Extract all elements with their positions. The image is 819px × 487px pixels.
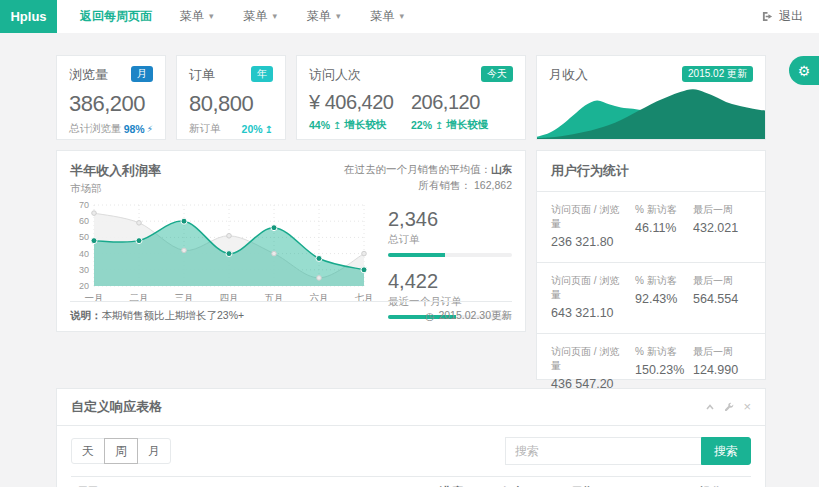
- menu-label: 菜单: [307, 8, 331, 25]
- wrench-icon: [724, 402, 734, 412]
- sign-out-icon: [762, 11, 773, 22]
- stat-card-pageviews: 浏览量 月 386,200 总计浏览量 98% ⚡: [56, 55, 166, 140]
- menu-dropdown-2[interactable]: 菜单 ▾: [229, 8, 293, 25]
- percent-value: 98%: [124, 123, 145, 135]
- menu-dropdown-3[interactable]: 菜单 ▾: [292, 8, 356, 25]
- period-badge: 月: [131, 66, 153, 82]
- growth-note: 增长较慢: [446, 118, 488, 132]
- percent-value: 20%: [242, 123, 263, 135]
- footnote-label: 说明：: [70, 309, 102, 321]
- summary-region: 山东: [491, 163, 512, 175]
- sales-profit-panel: 半年收入利润率 市场部 在过去的一个月销售的平均值：山东 所有销售： 162,8…: [56, 150, 526, 332]
- user-behavior-panel: 用户行为统计 访问页面 / 浏览量 236 321.80 % 新访客 46.11…: [536, 150, 766, 380]
- user-stats-row: 访问页面 / 浏览量 643 321.10 % 新访客 92.43% 最后一周 …: [537, 263, 765, 334]
- caret-down-icon: ▾: [273, 12, 278, 21]
- new-visitors-label: % 新访客: [635, 345, 693, 359]
- svg-text:20: 20: [79, 281, 89, 291]
- last-week-label: 最后一周: [693, 345, 751, 359]
- caret-down-icon: ▾: [336, 12, 341, 21]
- custom-table-panel: 自定义响应表格 × 天 周 月 搜索 项目 进度 任务: [56, 388, 766, 487]
- last-week-value: 432.021: [693, 221, 751, 235]
- card-title: 访问人次: [309, 66, 361, 84]
- menu-label: 菜单: [371, 8, 395, 25]
- search-button[interactable]: 搜索: [701, 437, 751, 465]
- card-value-amount: ¥ 406,420: [309, 91, 411, 114]
- menu-label: 菜单: [180, 8, 204, 25]
- new-visitors-label: % 新访客: [635, 203, 693, 217]
- menu-dropdown-1[interactable]: 菜单 ▾: [165, 8, 229, 25]
- card-title: 月收入: [549, 66, 588, 84]
- summary-prefix: 在过去的一个月销售的平均值：: [344, 163, 491, 175]
- monthly-income-chart: [537, 85, 765, 139]
- tab-week[interactable]: 周: [104, 438, 138, 464]
- visits-label: 访问页面 / 浏览量: [551, 203, 629, 231]
- last-week-label: 最后一周: [693, 203, 751, 217]
- card-title: 订单: [189, 66, 215, 84]
- bolt-icon: ⚡: [147, 124, 153, 134]
- new-visitors-value: 46.11%: [635, 221, 693, 235]
- card-sub-label: 总计浏览量: [69, 122, 122, 136]
- col-header-progress: 进度: [435, 477, 497, 487]
- col-header-operation: 操作: [695, 477, 751, 487]
- svg-text:40: 40: [79, 249, 89, 259]
- caret-down-icon: ▾: [400, 12, 405, 21]
- card-value: 386,200: [69, 91, 153, 117]
- stat-card-visitors: 访问人次 今天 ¥ 406,420 44% ↥ 增长较快 206,120 22%…: [296, 55, 526, 140]
- new-visitors-value: 92.43%: [635, 292, 693, 306]
- percent-value: 22%: [411, 119, 432, 131]
- logout-button[interactable]: 退出: [762, 0, 803, 33]
- panel-subtitle: 市场部: [70, 182, 161, 196]
- collapse-button[interactable]: [705, 402, 715, 412]
- clock-icon: ◷: [425, 310, 434, 322]
- top-navbar: Hplus 返回每周页面 菜单 ▾ 菜单 ▾ 菜单 ▾ 菜单 ▾ 退出: [0, 0, 819, 33]
- summary-sales-value: 162,862: [474, 179, 512, 191]
- card-sub-label: 新订单: [189, 122, 221, 136]
- panel-title: 自定义响应表格: [71, 398, 162, 416]
- menu-label: 菜单: [244, 8, 268, 25]
- menu-dropdown-4[interactable]: 菜单 ▾: [356, 8, 420, 25]
- total-orders-value: 2,346: [388, 208, 512, 231]
- card-title: 浏览量: [69, 66, 108, 84]
- caret-down-icon: ▾: [209, 12, 214, 21]
- summary-sales-label: 所有销售：: [419, 179, 472, 191]
- nav-links: 返回每周页面 菜单 ▾ 菜单 ▾ 菜单 ▾ 菜单 ▾: [67, 0, 419, 33]
- svg-text:30: 30: [79, 265, 89, 275]
- col-header-task: 任务: [497, 477, 567, 487]
- search-input[interactable]: [505, 437, 701, 465]
- tab-month[interactable]: 月: [137, 438, 171, 464]
- new-visitors-label: % 新访客: [635, 274, 693, 288]
- projects-table: 项目 进度 任务 日期 操作 米莫说 | MiMO Show 20% 2014.…: [71, 476, 751, 487]
- last-week-value: 124.990: [693, 363, 751, 377]
- card-value-count: 206,120: [411, 91, 513, 114]
- close-icon[interactable]: ×: [743, 402, 751, 412]
- updated-badge: 2015.02 更新: [682, 66, 753, 82]
- level-up-icon: ↥: [265, 124, 273, 135]
- svg-text:60: 60: [79, 216, 89, 226]
- panel-title: 半年收入利润率: [70, 162, 161, 180]
- svg-text:50: 50: [79, 232, 89, 242]
- level-up-icon: ↥: [435, 120, 443, 131]
- logout-label: 退出: [779, 8, 803, 25]
- user-stats-row: 访问页面 / 浏览量 236 321.80 % 新访客 46.11% 最后一周 …: [537, 192, 765, 263]
- visits-value: 236 321.80: [551, 235, 629, 249]
- footnote-text: 本期销售额比上期增长了23%+: [102, 309, 245, 321]
- visits-label: 访问页面 / 浏览量: [551, 274, 629, 302]
- new-visitors-value: 150.23%: [635, 363, 693, 377]
- month-orders-value: 4,422: [388, 270, 512, 293]
- gear-icon: ⚙: [798, 63, 811, 79]
- last-week-value: 564.554: [693, 292, 751, 306]
- config-button[interactable]: [724, 402, 734, 412]
- theme-settings-button[interactable]: ⚙: [789, 56, 819, 85]
- growth-note: 增长较快: [344, 118, 386, 132]
- tab-day[interactable]: 天: [71, 438, 105, 464]
- brand-logo[interactable]: Hplus: [0, 0, 57, 33]
- period-tab-group: 天 周 月: [71, 438, 171, 464]
- visits-label: 访问页面 / 浏览量: [551, 345, 629, 373]
- last-week-label: 最后一周: [693, 274, 751, 288]
- back-home-link[interactable]: 返回每周页面: [67, 8, 165, 25]
- total-orders-label: 总订单: [388, 233, 512, 247]
- col-header-date: 日期: [567, 477, 695, 487]
- period-badge: 今天: [481, 66, 513, 82]
- stat-card-orders: 订单 年 80,800 新订单 20% ↥: [176, 55, 286, 140]
- visits-value: 643 321.10: [551, 306, 629, 320]
